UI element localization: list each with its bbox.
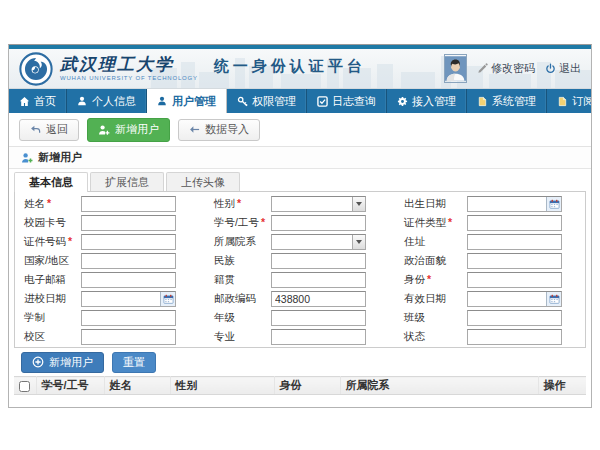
status-input[interactable] (467, 329, 562, 345)
calendar-icon[interactable] (160, 292, 175, 306)
birth-date-input[interactable] (468, 197, 546, 211)
field-label: 校园卡号 (24, 216, 81, 230)
field-id-number: 证件号码* (15, 234, 205, 250)
native-place-input[interactable] (271, 272, 366, 288)
field-label: 国家/地区 (24, 254, 81, 268)
field-label: 进校日期 (24, 292, 81, 306)
field-label: 状态 (404, 330, 467, 344)
back-label: 返回 (46, 122, 68, 137)
add-user-toolbar-button[interactable]: 新增用户 (87, 118, 170, 142)
logout-link[interactable]: 退出 (545, 61, 581, 76)
table-empty-row (14, 395, 586, 408)
field-label: 证件号码* (24, 235, 81, 249)
field-label: 班级 (404, 311, 467, 325)
major-input[interactable] (271, 329, 366, 345)
department-select[interactable] (271, 234, 366, 250)
user-avatar[interactable] (444, 54, 467, 83)
field-label: 邮政编码 (214, 292, 271, 306)
field-gender: 性别* (205, 196, 395, 212)
calendar-icon[interactable] (546, 292, 561, 306)
required-marker: * (448, 216, 452, 228)
email-input[interactable] (81, 272, 176, 288)
nav-item-subscription-management[interactable]: 订阅管理 (547, 89, 592, 113)
form-tabs: 基本信息 扩展信息 上传头像 (9, 169, 591, 191)
submit-label: 新增用户 (49, 355, 93, 370)
field-grade: 年级 (205, 310, 395, 326)
reset-label: 重置 (123, 355, 145, 370)
nav-item-personal-info[interactable]: 个人信息 (67, 89, 147, 113)
add-user-section-icon (21, 152, 33, 164)
chevron-down-icon (352, 235, 365, 249)
field-label: 证件类型* (404, 216, 467, 230)
campus-input[interactable] (81, 329, 176, 345)
student-id-input[interactable] (271, 215, 366, 231)
nav-label: 首页 (34, 94, 56, 109)
gender-select[interactable] (271, 196, 366, 212)
field-label: 学号/工号* (214, 216, 271, 230)
tab-upload-avatar[interactable]: 上传头像 (166, 172, 240, 191)
nav-item-user-management[interactable]: 用户管理 (147, 89, 227, 113)
field-postal-code: 邮政编码 (205, 291, 395, 307)
data-import-button[interactable]: 数据导入 (178, 119, 260, 141)
data-import-label: 数据导入 (205, 122, 249, 137)
calendar-icon[interactable] (546, 197, 561, 211)
address-input[interactable] (467, 234, 562, 250)
reset-button[interactable]: 重置 (112, 352, 156, 373)
tab-extended-info[interactable]: 扩展信息 (90, 172, 164, 191)
enrollment-date-input[interactable] (82, 292, 160, 306)
schooling-length-input[interactable] (81, 310, 176, 326)
section-title: 新增用户 (38, 150, 82, 165)
submit-add-user-button[interactable]: 新增用户 (21, 352, 104, 373)
id-type-input[interactable] (467, 215, 562, 231)
field-label: 学制 (24, 311, 81, 325)
user-table: 学号/工号 姓名 性别 身份 所属院系 操作 (14, 376, 586, 408)
power-icon (545, 63, 556, 74)
col-identity: 身份 (274, 377, 340, 395)
back-arrow-icon (30, 124, 41, 135)
home-icon (19, 96, 30, 107)
identity-input[interactable] (467, 272, 562, 288)
country-region-input[interactable] (81, 253, 176, 269)
class-input[interactable] (467, 310, 562, 326)
nav-item-system-management[interactable]: 系统管理 (467, 89, 547, 113)
change-password-link[interactable]: 修改密码 (477, 61, 535, 76)
col-student-id: 学号/工号 (36, 377, 104, 395)
university-name-cn: 武汉理工大学 (60, 56, 198, 73)
nav-label: 系统管理 (492, 94, 536, 109)
field-email: 电子邮箱 (15, 272, 205, 288)
campus-card-input[interactable] (81, 215, 176, 231)
header: 武汉理工大学 WUHAN UNIVERSITY OF TECHNOLOGY 统一… (9, 49, 591, 89)
required-marker: * (68, 235, 72, 247)
nav-item-log-query[interactable]: 日志查询 (307, 89, 387, 113)
field-label: 出生日期 (404, 197, 467, 211)
postal-code-input[interactable] (271, 291, 366, 307)
section-header: 新增用户 (9, 147, 591, 169)
field-address: 住址 (395, 234, 585, 250)
field-status: 状态 (395, 329, 585, 345)
grade-input[interactable] (271, 310, 366, 326)
political-status-input[interactable] (467, 253, 562, 269)
add-user-toolbar-label: 新增用户 (115, 122, 159, 137)
university-name-en: WUHAN UNIVERSITY OF TECHNOLOGY (60, 75, 198, 81)
field-label: 电子邮箱 (24, 273, 81, 287)
back-button[interactable]: 返回 (19, 119, 79, 141)
tab-basic-info[interactable]: 基本信息 (14, 172, 88, 192)
field-native-place: 籍贯 (205, 272, 395, 288)
form-row: 姓名* 性别* 出生日期 (15, 194, 585, 213)
form-row: 校区 专业 状态 (15, 327, 585, 346)
valid-date-field (467, 291, 562, 307)
nav-label: 接入管理 (412, 94, 456, 109)
basic-info-form: 姓名* 性别* 出生日期 校园卡号 学号/工号* 证件类型* (14, 191, 586, 348)
nav-label: 订阅管理 (572, 94, 592, 109)
name-input[interactable] (81, 196, 176, 212)
select-all-checkbox[interactable] (19, 381, 30, 392)
field-label: 所属院系 (214, 235, 271, 249)
id-number-input[interactable] (81, 234, 176, 250)
valid-date-input[interactable] (468, 292, 546, 306)
app-window: 武汉理工大学 WUHAN UNIVERSITY OF TECHNOLOGY 统一… (8, 44, 592, 408)
nav-item-home[interactable]: 首页 (9, 89, 67, 113)
ethnicity-input[interactable] (271, 253, 366, 269)
field-class: 班级 (395, 310, 585, 326)
nav-item-access-management[interactable]: 接入管理 (387, 89, 467, 113)
nav-item-permission-management[interactable]: 权限管理 (227, 89, 307, 113)
